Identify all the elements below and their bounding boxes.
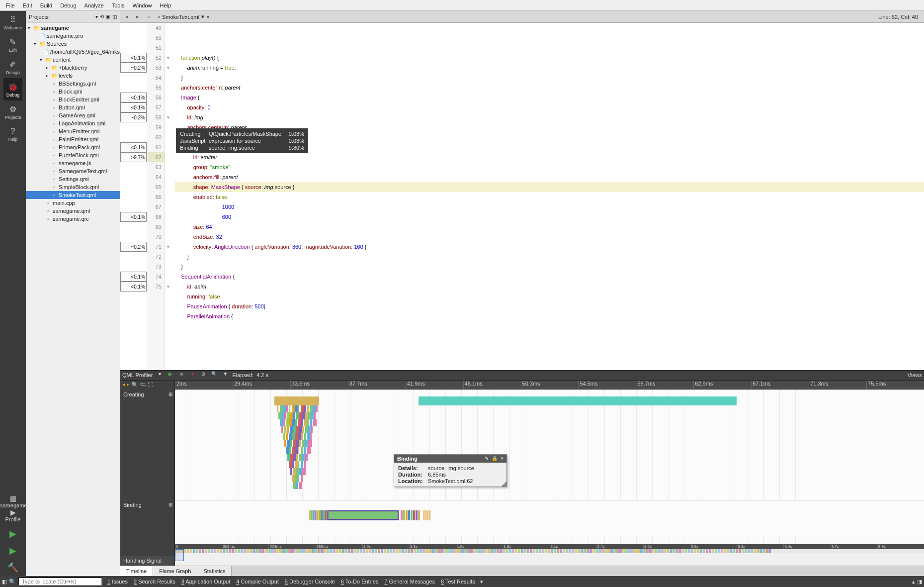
tree-item[interactable]: ▫BlockEmitter.qml bbox=[26, 96, 120, 103]
flame-bar[interactable] bbox=[293, 454, 296, 461]
event-bar[interactable] bbox=[429, 510, 430, 520]
code-line[interactable]: running: false bbox=[175, 292, 924, 301]
line-number[interactable]: 49 bbox=[148, 23, 165, 33]
nav-fwd[interactable]: ▸ bbox=[133, 13, 142, 20]
output-pane-general-messages[interactable]: 7 General Messages bbox=[381, 579, 438, 585]
menu-analyze[interactable]: Analyze bbox=[81, 1, 108, 9]
tree-item[interactable]: ▸📁+blackberry bbox=[26, 64, 120, 72]
line-number[interactable]: 52 bbox=[148, 53, 165, 63]
tree-item[interactable]: ▫BBSettings.qml bbox=[26, 80, 120, 88]
split-icon[interactable]: ◫ bbox=[112, 14, 117, 19]
event-bar[interactable] bbox=[311, 510, 313, 520]
flame-bar[interactable] bbox=[293, 440, 296, 447]
mode-welcome[interactable]: ⠿Welcome bbox=[3, 11, 22, 33]
code-line[interactable]: Image { bbox=[175, 93, 924, 102]
locator-input[interactable] bbox=[18, 577, 102, 586]
flame-bar[interactable] bbox=[298, 461, 299, 468]
flame-bar[interactable] bbox=[311, 412, 314, 419]
line-number[interactable]: 61 bbox=[148, 142, 165, 152]
flame-bar[interactable] bbox=[277, 405, 278, 412]
tree-item[interactable]: ▫samegame.js bbox=[26, 159, 120, 167]
profiler-tab-flame-graph[interactable]: Flame Graph bbox=[153, 566, 197, 576]
menu-window[interactable]: Window bbox=[128, 1, 156, 9]
code-line[interactable]: id: anim bbox=[175, 282, 924, 292]
line-number[interactable]: 68 bbox=[148, 212, 165, 222]
event-bar[interactable] bbox=[423, 510, 424, 520]
code-editor[interactable]: <0.1%~0.2%<0.1%<0.1%~0.2%<0.1%≥9.7%<0.1%… bbox=[120, 23, 924, 370]
tree-item[interactable]: 📄samegame.pro bbox=[26, 32, 120, 40]
jump-icon[interactable]: ⭾ bbox=[140, 382, 146, 389]
flame-bar[interactable] bbox=[296, 468, 299, 475]
flame-bar[interactable] bbox=[302, 468, 306, 475]
output-pane-debugger-console[interactable]: 5 Debugger Console bbox=[282, 579, 338, 585]
event-bar[interactable] bbox=[321, 510, 323, 520]
tree-item[interactable]: ▫Block.qml bbox=[26, 88, 120, 96]
flame-bar[interactable] bbox=[281, 426, 283, 433]
expand-icon[interactable]: ⊞ bbox=[168, 502, 172, 507]
code-line[interactable]: opacity: 0 bbox=[175, 102, 924, 112]
section-binding[interactable]: Binding ⊞ bbox=[120, 500, 174, 510]
menu-edit[interactable]: Edit bbox=[19, 1, 36, 9]
flame-bar[interactable] bbox=[296, 454, 298, 461]
line-number[interactable]: 65 bbox=[148, 182, 165, 192]
code-line[interactable]: ParallelAnimation { bbox=[175, 311, 924, 321]
menu-debug[interactable]: Debug bbox=[56, 1, 80, 9]
flame-bar[interactable] bbox=[296, 482, 298, 489]
flame-bar[interactable] bbox=[301, 433, 303, 440]
code-line[interactable]: anchors.fill: parent bbox=[175, 172, 924, 182]
line-number[interactable]: 59 bbox=[148, 122, 165, 132]
tree-item[interactable]: ▫LogoAnimation.qml bbox=[26, 119, 120, 127]
flame-bar[interactable] bbox=[298, 405, 299, 412]
kit-selector[interactable]: ▥ samegame ▶ Profile bbox=[0, 491, 26, 525]
section-creating[interactable]: Creating ⊞ bbox=[120, 390, 174, 399]
dropdown-icon[interactable]: ▾ bbox=[201, 13, 204, 20]
output-pane-issues[interactable]: 1 Issues bbox=[104, 579, 131, 585]
line-number[interactable]: 58 bbox=[148, 112, 165, 122]
project-tree[interactable]: ▾📁samegame📄samegame.pro▾📁Sources📄/home/u… bbox=[26, 23, 120, 576]
line-number[interactable]: 53 bbox=[148, 63, 165, 73]
line-number[interactable]: 66 bbox=[148, 192, 165, 202]
tree-item[interactable]: ▾📁samegame bbox=[26, 24, 120, 32]
flame-bar[interactable] bbox=[305, 454, 308, 461]
flame-bar[interactable] bbox=[278, 412, 281, 419]
file-tab[interactable]: ▫ SmokeText.qml ▾ × bbox=[155, 12, 213, 21]
code-line[interactable]: } bbox=[175, 73, 924, 83]
build-button[interactable]: 🔨 bbox=[0, 559, 26, 576]
event-bar[interactable] bbox=[408, 510, 410, 520]
tree-item[interactable]: ▫PaintEmitter.qml bbox=[26, 135, 120, 143]
nav-back[interactable]: ◂ bbox=[122, 13, 131, 20]
line-number[interactable]: 54 bbox=[148, 73, 165, 83]
menu-tools[interactable]: Tools bbox=[108, 1, 129, 9]
flame-bar[interactable] bbox=[293, 468, 296, 475]
line-number[interactable]: 55 bbox=[148, 83, 165, 93]
code-line[interactable]: } bbox=[175, 262, 924, 272]
mode-projects[interactable]: ⚙Projects bbox=[3, 100, 22, 123]
line-number[interactable]: 73 bbox=[148, 262, 165, 272]
tree-item[interactable]: ▫main.cpp bbox=[26, 199, 120, 207]
output-pane-to-do-entries[interactable]: 6 To-Do Entries bbox=[338, 579, 382, 585]
flame-bar[interactable] bbox=[283, 419, 285, 426]
tree-item[interactable]: ▸📁levels bbox=[26, 72, 120, 80]
flame-bar[interactable] bbox=[302, 426, 304, 433]
mode-edit[interactable]: ✎Edit bbox=[3, 33, 22, 56]
flame-bar[interactable] bbox=[305, 440, 308, 447]
output-pane-search-results[interactable]: 2 Search Results bbox=[131, 579, 178, 585]
line-number[interactable]: 51 bbox=[148, 43, 165, 53]
flame-bar[interactable] bbox=[284, 426, 286, 433]
tree-item[interactable]: ▫GameArea.qml bbox=[26, 111, 120, 119]
code-line[interactable]: id: emitter bbox=[175, 152, 924, 162]
tree-item[interactable]: ▫SmokeText.qml bbox=[26, 191, 120, 199]
code-line[interactable]: endSize: 32 bbox=[175, 232, 924, 242]
clear-icon[interactable]: ⊘ bbox=[199, 371, 207, 379]
mode-help[interactable]: ?Help bbox=[3, 123, 22, 145]
event-bar[interactable] bbox=[406, 510, 408, 520]
code-line[interactable]: SequentialAnimation { bbox=[175, 272, 924, 282]
code-line[interactable]: anchors.centerIn: parent bbox=[175, 83, 924, 93]
select-icon[interactable]: ⛶ bbox=[148, 382, 153, 389]
flame-bar[interactable] bbox=[295, 419, 297, 426]
tree-item[interactable]: 📄/home/ulf/Qt/5.9/gcc_64/mks bbox=[26, 48, 120, 56]
filter-icon[interactable]: ▼ bbox=[221, 371, 229, 379]
event-bar[interactable] bbox=[323, 510, 325, 520]
line-number[interactable]: 67 bbox=[148, 202, 165, 212]
flame-bar[interactable] bbox=[304, 405, 306, 412]
